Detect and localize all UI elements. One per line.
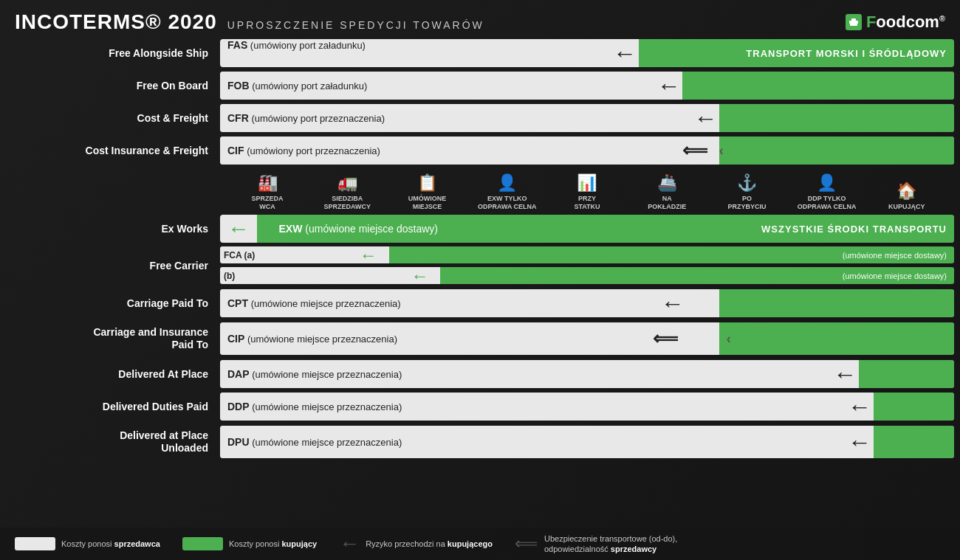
legend-insurance-arrow: ⟸ [515, 534, 538, 553]
label-exw: Ex Works [6, 223, 220, 235]
bar-cfr: CFR (umówiony port przeznaczenia) ← [220, 104, 954, 132]
logo-text: Foodcom® [866, 13, 945, 32]
bar-text-cip: CIP (umówione miejsce przeznaczenia) [227, 333, 397, 345]
page-header: INCOTERMS® 2020 UPROSZCZENIE SPEDYCJI TO… [0, 6, 960, 38]
row-dpu: Delivered at PlaceUnloaded DPU (umówione… [6, 424, 954, 460]
legend-insurance-text: Ubezpieczenie transportowe (od-do), odpo… [544, 533, 692, 555]
bar-text-cpt: CPT (umówione miejsce przeznaczenia) [227, 297, 401, 309]
icon-przy-statku: 📊 PRZYSTATKU [547, 173, 627, 211]
label-dap: Delivered At Place [6, 368, 220, 381]
row-dap: Delivered At Place DAP (umówione miejsce… [6, 359, 954, 389]
label-fas: Free Alongside Ship [6, 47, 220, 60]
fca-bar-b: (b) ← (umówione miejsce dostawy) [220, 267, 954, 284]
label-cip: Carriage and InsurancePaid To [6, 326, 220, 351]
bar-text-cfr: CFR (umówiony port przeznaczenia) [227, 112, 385, 124]
label-fob: Free On Board [6, 80, 220, 92]
legend-risk-arrow: ← [339, 532, 360, 556]
icon-po-przybyciu: ⚓ POPRZYBYCIU [707, 173, 786, 211]
row-cpt: Carriage Paid To CPT (umówione miejsce p… [6, 288, 954, 318]
label-cfr: Cost & Freight [6, 112, 220, 125]
page-subtitle: UPROSZCZENIE SPEDYCJI TOWARÓW [227, 19, 484, 31]
row-cip: Carriage and InsurancePaid To CIP (umówi… [6, 321, 954, 356]
icon-umowione-miejsce: 📋 UMÓWIONEMIEJSCE [387, 173, 467, 211]
bar-text-cif: CIF (umówiony port przeznaczenia) [227, 145, 380, 156]
legend-buyer-text: Koszty ponosi kupujący [229, 539, 317, 548]
bar-cpt: CPT (umówione miejsce przeznaczenia) ← [220, 289, 954, 317]
legend: Koszty ponosi sprzedawca Koszty ponosi k… [0, 528, 960, 560]
legend-seller-costs: Koszty ponosi sprzedawca [15, 537, 160, 550]
svg-rect-2 [850, 23, 857, 26]
label-dpu: Delivered at PlaceUnloaded [6, 429, 220, 454]
icon-exw-odprawa: 👤 EXW TYLKOOdprawa celna [467, 173, 547, 211]
icon-sprzeda-wca: 🏭 SPRZEDAWCA [227, 173, 307, 211]
legend-risk-text: Ryzyko przechodzi na kupującego [366, 539, 493, 548]
icon-siedziba-sprzedawcy: 🚛 SIEDZIBASPRZEDAWCY [307, 173, 387, 211]
bar-fob: FOB (umówiony port załadunku) ← [220, 72, 954, 100]
legend-bar-green [182, 537, 223, 550]
bar-text-ddp: DDP (umówione miejsce przeznaczenia) [227, 401, 402, 412]
row-cfr: Cost & Freight CFR (umówiony port przezn… [6, 103, 954, 133]
row-fob: Free On Board FOB (umówiony port załadun… [6, 71, 954, 100]
legend-buyer-costs: Koszty ponosi kupujący [182, 537, 317, 550]
bar-cip: CIP (umówione miejsce przeznaczenia) ⟸ ‹ [220, 322, 954, 355]
bar-text-fas: FAS (umówiony port załadunku) [227, 39, 366, 51]
bar-dap: DAP (umówione miejsce przeznaczenia) ← [220, 360, 954, 388]
icon-ddp-odprawa: 👤 DDP TYLKOOdprawa celna [787, 173, 867, 211]
logo: Foodcom® [846, 13, 945, 32]
icon-na-pokladzie: 🚢 NAPOKŁADZIE [627, 173, 707, 211]
bar-text-dpu: DPU (umówione miejsce przeznaczenia) [227, 436, 402, 448]
label-cpt: Carriage Paid To [6, 297, 220, 310]
bar-exw: ← EXW (umówione miejsce dostawy) WSZYSTK… [220, 215, 954, 243]
icon-row-content: 🏭 SPRZEDAWCA 🚛 SIEDZIBASPRZEDAWCY 📋 UMÓW… [220, 173, 954, 211]
row-exw: Ex Works ← EXW (umówione miejsce dostawy… [6, 214, 954, 243]
fca-bars: FCA (a) ← (umówione miejsce dostawy) (b)… [220, 246, 954, 286]
legend-seller-text: Koszty ponosi sprzedawca [61, 539, 160, 548]
label-fca: Free Carrier [6, 246, 220, 286]
fca-bar-a: FCA (a) ← (umówione miejsce dostawy) [220, 246, 954, 263]
bar-text-dap: DAP (umówione miejsce przeznaczenia) [227, 368, 402, 380]
legend-bar-white [15, 537, 55, 550]
label-cif: Cost Insurance & Freight [6, 145, 220, 157]
row-fca: Free Carrier FCA (a) ← (umówione miejsce… [6, 246, 954, 286]
main-content: Free Alongside Ship FAS (umówiony port z… [0, 38, 960, 528]
logo-icon [846, 14, 862, 30]
page-title: INCOTERMS® 2020 [15, 10, 217, 34]
bar-ddp: DDP (umówione miejsce przeznaczenia) ← [220, 393, 954, 421]
icon-row: 🏭 SPRZEDAWCA 🚛 SIEDZIBASPRZEDAWCY 📋 UMÓW… [6, 168, 954, 211]
bar-fas: FAS (umówiony port załadunku) ← TRANSPOR… [220, 39, 954, 67]
row-cif: Cost Insurance & Freight CIF (umówiony p… [6, 136, 954, 165]
bar-green-label-fas: TRANSPORT MORSKI I ŚRÓDLĄDOWY [746, 48, 947, 59]
bar-dpu: DPU (umówione miejsce przeznaczenia) ← [220, 426, 954, 458]
label-ddp: Delivered Duties Paid [6, 401, 220, 413]
row-fas: Free Alongside Ship FAS (umówiony port z… [6, 38, 954, 68]
bar-text-fob: FOB (umówiony port załadunku) [227, 80, 367, 91]
header-left: INCOTERMS® 2020 UPROSZCZENIE SPEDYCJI TO… [15, 10, 484, 34]
legend-risk: ← Ryzyko przechodzi na kupującego [339, 532, 493, 556]
icon-kupujacy: 🏠 KUPUJĄCY [867, 182, 947, 211]
row-ddp: Delivered Duties Paid DDP (umówione miej… [6, 392, 954, 421]
legend-insurance: ⟸ Ubezpieczenie transportowe (od-do), od… [515, 533, 692, 555]
bar-cif: CIF (umówiony port przeznaczenia) ⟸ ‹ [220, 136, 954, 165]
